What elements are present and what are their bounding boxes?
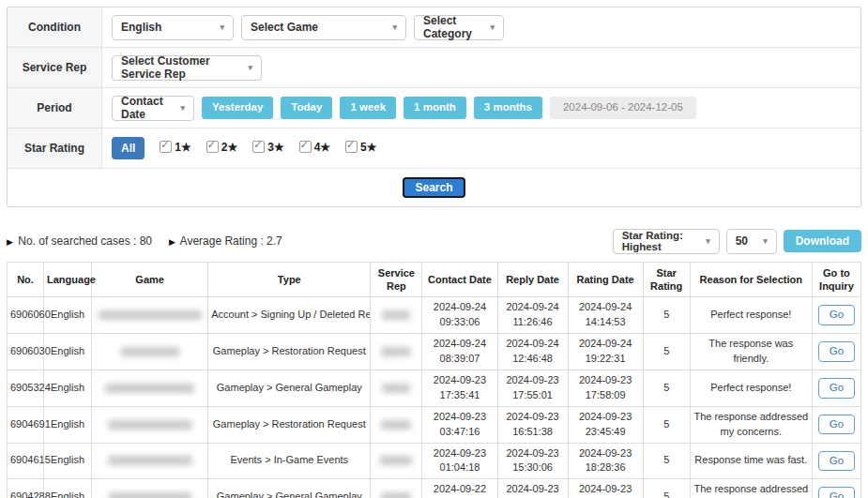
cell-go-to-inquiry: Go [812, 370, 860, 406]
download-button[interactable]: Download [784, 230, 861, 252]
condition-label: Condition [8, 8, 102, 47]
go-button[interactable]: Go [818, 378, 855, 399]
chevron-down-icon: ▾ [220, 23, 224, 32]
searched-cases-value: No. of searched cases : 80 [18, 234, 152, 248]
page-size-value: 50 [736, 234, 748, 248]
header-rating-date: Rating Date [568, 263, 643, 297]
one-week-button[interactable]: 1 week [340, 97, 396, 119]
cell-service-rep [371, 333, 422, 370]
cell-reply-date: 2024-09-2411:26:46 [497, 297, 568, 334]
date-type-select[interactable]: Contact Date ▾ [112, 96, 194, 121]
today-button[interactable]: Today [281, 97, 332, 119]
service-rep-select[interactable]: Select Customer Service Rep ▾ [112, 55, 262, 81]
language-select-value: English [121, 21, 161, 34]
table-row: 6904615EnglishEvents > In-Game Events202… [8, 443, 861, 479]
search-row: Search [8, 169, 860, 206]
redacted-blur [108, 420, 192, 430]
redacted-blur [99, 310, 202, 320]
results-summary: ▶ No. of searched cases : 80 ▶ Average R… [7, 234, 282, 248]
category-select[interactable]: Select Category ▾ [414, 15, 504, 40]
star-rating-content: All 1★2★3★4★5★ [102, 128, 860, 168]
cell-star-rating: 5 [643, 370, 690, 406]
date-range-field[interactable]: 2024-09-06 - 2024-12-05 [550, 97, 696, 119]
header-star-rating: Star Rating [643, 263, 690, 297]
star-option-label: 2★ [221, 141, 237, 154]
cell-reply-date: 2024-09-2315:30:06 [497, 443, 568, 479]
category-select-value: Select Category [423, 14, 482, 40]
searched-cases-text: ▶ No. of searched cases : 80 [7, 234, 152, 248]
language-select[interactable]: English ▾ [112, 15, 234, 40]
period-content: Contact Date ▾ Yesterday Today 1 week 1 … [102, 88, 860, 128]
redacted-blur [382, 310, 410, 320]
cell-go-to-inquiry: Go [812, 333, 860, 370]
header-language: Language [44, 263, 92, 297]
cell-rating-date: 2024-09-2419:22:31 [568, 333, 643, 370]
average-rating-value: Average Rating : 2.7 [180, 234, 282, 248]
sort-select[interactable]: Star Rating: Highest ▾ [613, 229, 720, 254]
cell-rating-date: 2024-09-2317:58:09 [568, 370, 643, 406]
redacted-blur [105, 384, 194, 393]
header-reply-date: Reply Date [497, 263, 568, 297]
cell-rating-date: 2024-09-2318:28:36 [568, 443, 643, 479]
search-button[interactable]: Search [403, 177, 464, 198]
star-option-label: 3★ [267, 141, 283, 154]
header-service-rep: Service Rep [371, 263, 422, 297]
chevron-down-icon: ▾ [248, 63, 252, 72]
cell-service-rep [371, 443, 422, 479]
table-body: 6906060EnglishAccount > Signing Up / Del… [8, 297, 861, 498]
cell-type: Events > In-Game Events [208, 443, 371, 479]
cell-reason: Response time was fast. [690, 443, 812, 479]
cell-no: 6904288 [8, 479, 44, 498]
checkbox-checked-icon [160, 141, 172, 153]
service-rep-select-value: Select Customer Service Rep [121, 54, 243, 81]
star-checkbox-option[interactable]: 3★ [252, 141, 283, 154]
cell-rating-date: 2024-09-2323:45:49 [568, 406, 643, 443]
star-checkbox-option[interactable]: 2★ [206, 141, 237, 154]
header-reason: Reason for Selection [690, 263, 812, 297]
star-checkbox-option[interactable]: 4★ [299, 141, 330, 154]
chevron-down-icon: ▾ [706, 236, 710, 246]
triangle-marker-icon: ▶ [7, 237, 13, 247]
go-button[interactable]: Go [818, 487, 855, 498]
cell-star-rating: 5 [643, 479, 690, 498]
yesterday-button[interactable]: Yesterday [202, 97, 273, 119]
three-months-button[interactable]: 3 months [474, 97, 542, 119]
star-checkbox-group: 1★2★3★4★5★ [160, 140, 391, 157]
game-select-value: Select Game [251, 21, 318, 34]
checkbox-checked-icon [252, 141, 265, 153]
cell-game [92, 297, 208, 334]
cell-star-rating: 5 [643, 297, 690, 334]
star-all-button[interactable]: All [112, 137, 145, 159]
redacted-blur [381, 347, 411, 356]
average-rating-text: ▶ Average Rating : 2.7 [169, 234, 282, 248]
go-button[interactable]: Go [818, 451, 855, 472]
service-rep-label: Service Rep [8, 48, 102, 87]
star-checkbox-option[interactable]: 1★ [160, 141, 190, 154]
redacted-blur [108, 456, 192, 465]
results-bar: ▶ No. of searched cases : 80 ▶ Average R… [7, 228, 861, 254]
table-header: No. Language Game Type Service Rep Conta… [8, 263, 861, 297]
page-size-select[interactable]: 50 ▾ [726, 229, 777, 254]
header-game: Game [92, 263, 208, 297]
game-select[interactable]: Select Game ▾ [241, 15, 406, 40]
go-button[interactable]: Go [818, 305, 855, 325]
cell-go-to-inquiry: Go [812, 479, 860, 498]
cell-contact-date: 2024-09-2303:47:16 [422, 406, 497, 443]
cell-reason: The response addressed my concerns. [690, 479, 812, 498]
go-button[interactable]: Go [818, 415, 855, 435]
cell-go-to-inquiry: Go [812, 297, 860, 334]
one-month-button[interactable]: 1 month [404, 97, 466, 119]
triangle-marker-icon: ▶ [169, 237, 175, 247]
cell-star-rating: 5 [643, 443, 690, 479]
cell-type: Gameplay > Restoration Request [208, 406, 371, 443]
cell-contact-date: 2024-09-2409:33:06 [422, 297, 497, 334]
results-controls: Star Rating: Highest ▾ 50 ▾ Download [613, 229, 861, 254]
cell-contact-date: 2024-09-2317:35:41 [422, 370, 497, 406]
go-button[interactable]: Go [818, 341, 855, 362]
cell-contact-date: 2024-09-2216:33:09 [422, 479, 497, 498]
redacted-blur [381, 420, 411, 430]
header-type: Type [208, 263, 371, 297]
cell-reason: The response addressed my concerns. [690, 406, 812, 443]
star-checkbox-option[interactable]: 5★ [345, 141, 376, 154]
cell-language: English [44, 333, 92, 370]
